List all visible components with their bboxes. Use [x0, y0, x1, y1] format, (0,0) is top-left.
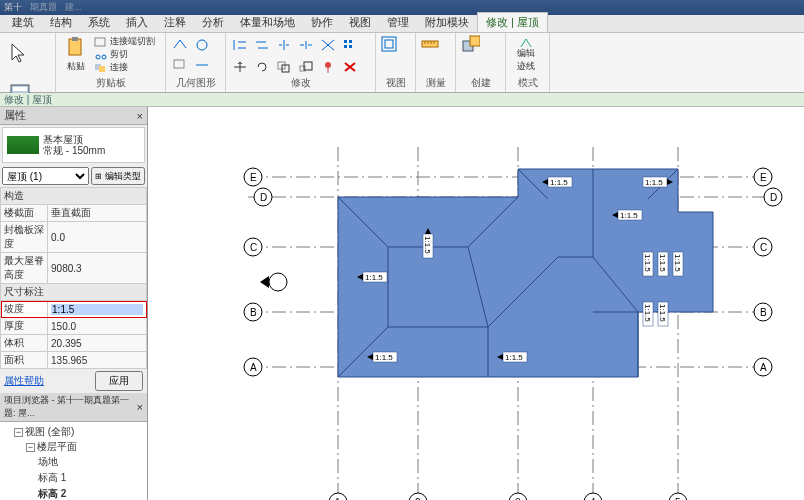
svg-text:B: B [250, 307, 257, 318]
roof-swatch-icon [7, 136, 39, 154]
svg-text:E: E [250, 172, 257, 183]
mod-trim[interactable] [318, 35, 338, 55]
tree-site[interactable]: 场地 [38, 454, 145, 470]
svg-rect-11 [344, 40, 347, 43]
svg-text:1:1.5: 1:1.5 [375, 353, 393, 362]
type-preview[interactable]: 基本屋顶常规 - 150mm [2, 127, 145, 163]
tab-mass[interactable]: 体量和场地 [232, 13, 303, 32]
svg-text:1:1.5: 1:1.5 [645, 178, 663, 187]
mod-array[interactable] [340, 35, 360, 55]
tab-collab[interactable]: 协作 [303, 13, 341, 32]
svg-rect-14 [349, 45, 352, 48]
svg-text:A: A [760, 362, 767, 373]
elevation-marker-icon[interactable] [260, 273, 287, 291]
paste-button[interactable]: 粘贴 [60, 36, 92, 74]
svg-rect-9 [174, 60, 184, 68]
close-browser-icon[interactable]: × [137, 401, 143, 413]
mod-del[interactable] [340, 57, 360, 77]
properties-grid: 构造 楼截面垂直截面 封檐板深度0.0 最大屋脊高度9080.3 尺寸标注 坡度… [0, 187, 147, 369]
grid-bubbles-left: E D C B A [244, 168, 272, 376]
geom-btn1[interactable] [170, 35, 190, 55]
mod-scale[interactable] [296, 57, 316, 77]
grid-bubbles-bottom: 1 2 3 4 5 [329, 493, 687, 500]
apply-button[interactable]: 应用 [95, 371, 143, 391]
tab-insert[interactable]: 插入 [118, 13, 156, 32]
tree-floorplans[interactable]: −楼层平面 场地 标高 1 标高 2 [26, 439, 145, 500]
ribbon: 选择 属性 粘贴 连接端切割 剪切 连接 剪贴板 [0, 33, 804, 93]
svg-rect-24 [470, 36, 480, 46]
mod-rotate[interactable] [252, 57, 272, 77]
tree-views[interactable]: −视图 (全部) −楼层平面 场地 标高 1 标高 2 +天花板平面 −三维视图 [14, 424, 145, 500]
tab-annot[interactable]: 注释 [156, 13, 194, 32]
svg-text:1:1.5: 1:1.5 [658, 304, 667, 322]
svg-rect-13 [344, 45, 347, 48]
svg-text:B: B [760, 307, 767, 318]
svg-rect-21 [385, 40, 393, 48]
geom-btn3[interactable] [192, 35, 212, 55]
svg-text:1:1.5: 1:1.5 [673, 254, 682, 272]
ribbon-tabs: 建筑 结构 系统 插入 注释 分析 体量和场地 协作 视图 管理 附加模块 修改… [0, 15, 804, 33]
create-btn[interactable] [460, 35, 480, 55]
tab-struct[interactable]: 结构 [42, 13, 80, 32]
mod-move[interactable] [230, 57, 250, 77]
tab-sys[interactable]: 系统 [80, 13, 118, 32]
geom-btn4[interactable] [192, 55, 212, 75]
svg-text:1:1.5: 1:1.5 [643, 254, 652, 272]
measure-btn[interactable] [420, 35, 440, 55]
tree-level1[interactable]: 标高 1 [38, 470, 145, 486]
properties-help-link[interactable]: 属性帮助 [0, 372, 48, 390]
svg-text:D: D [260, 192, 267, 203]
edit-type-button[interactable]: ⊞ 编辑类型 [91, 167, 145, 185]
roof-fill[interactable] [338, 169, 713, 377]
mod-align[interactable] [230, 35, 250, 55]
join-cut-button[interactable]: 连接端切割 [94, 35, 155, 48]
context-bar: 修改 | 屋顶 [0, 93, 804, 107]
view-btn[interactable] [380, 35, 400, 55]
grid-bubbles-right: E D C B A [754, 168, 782, 376]
svg-text:1:1.5: 1:1.5 [643, 304, 652, 322]
svg-text:1:1.5: 1:1.5 [658, 254, 667, 272]
svg-text:1:1.5: 1:1.5 [620, 211, 638, 220]
svg-rect-12 [349, 40, 352, 43]
cut-button[interactable]: 剪切 [94, 48, 155, 61]
svg-text:C: C [760, 242, 767, 253]
svg-text:1:1.5: 1:1.5 [505, 353, 523, 362]
svg-text:1:1.5: 1:1.5 [423, 236, 432, 254]
drawing-canvas[interactable]: 1:1.5 1:1.5 1:1.5 1:1.5 1:1.5 1:1.5 1:1.… [148, 107, 804, 500]
mod-split[interactable] [296, 35, 316, 55]
project-browser-tree: −视图 (全部) −楼层平面 场地 标高 1 标高 2 +天花板平面 −三维视图 [0, 422, 147, 500]
instance-selector[interactable]: 屋顶 (1) [2, 167, 89, 185]
close-properties-icon[interactable]: × [137, 110, 143, 122]
slope-input[interactable] [51, 304, 143, 315]
svg-point-19 [325, 62, 331, 68]
svg-text:A: A [250, 362, 257, 373]
join-button[interactable]: 连接 [94, 61, 155, 74]
tree-level2[interactable]: 标高 2 [38, 486, 145, 500]
tab-addin[interactable]: 附加模块 [417, 13, 477, 32]
tab-modify-roof[interactable]: 修改 | 屋顶 [477, 12, 548, 32]
tab-analyze[interactable]: 分析 [194, 13, 232, 32]
svg-text:D: D [770, 192, 777, 203]
tab-view[interactable]: 视图 [341, 13, 379, 32]
select-button[interactable] [4, 35, 36, 73]
svg-rect-22 [422, 41, 438, 47]
svg-text:E: E [760, 172, 767, 183]
svg-rect-20 [382, 37, 396, 51]
browser-header: 项目浏览器 - 第十一期真题第一题: 屋... × [0, 393, 147, 422]
svg-rect-2 [69, 39, 81, 55]
svg-rect-8 [99, 66, 105, 72]
mod-pin[interactable] [318, 57, 338, 77]
geom-btn2[interactable] [170, 55, 190, 75]
svg-point-89 [269, 273, 287, 291]
mod-mirror[interactable] [274, 35, 294, 55]
svg-text:C: C [250, 242, 257, 253]
svg-rect-1 [13, 87, 27, 91]
mod-copy[interactable] [274, 57, 294, 77]
svg-point-6 [102, 55, 106, 59]
edit-footprint-button[interactable]: 编辑迹线 [510, 35, 542, 73]
tab-manage[interactable]: 管理 [379, 13, 417, 32]
svg-rect-3 [72, 37, 78, 41]
svg-text:1:1.5: 1:1.5 [365, 273, 383, 282]
mod-offset[interactable] [252, 35, 272, 55]
tab-arch[interactable]: 建筑 [4, 13, 42, 32]
